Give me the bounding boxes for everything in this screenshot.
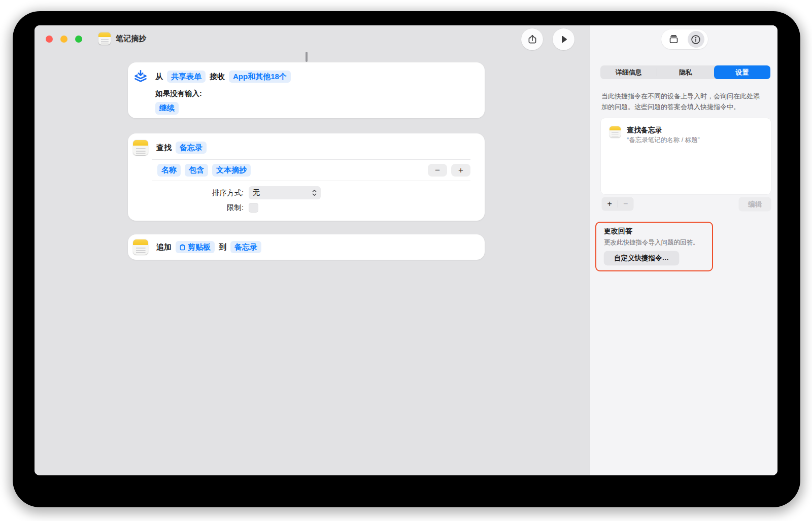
- add-filter-button[interactable]: +: [451, 164, 470, 177]
- import-question-item[interactable]: 查找备忘录 “备忘录笔记的名称 / 标题”: [601, 118, 771, 145]
- editor-canvas: 笔记摘抄: [35, 25, 590, 475]
- share-icon: [527, 34, 538, 45]
- insertion-cursor: [306, 52, 308, 62]
- window-title-group: 笔记摘抄: [98, 32, 146, 45]
- limit-row: 限制:: [128, 203, 485, 213]
- notes-action-icon: [610, 126, 621, 137]
- action-library-icon: [668, 34, 679, 45]
- question-add-remove-control: + −: [602, 197, 633, 211]
- filter-value-pill[interactable]: 文本摘抄: [212, 164, 251, 177]
- append-target-pill[interactable]: 备忘录: [230, 241, 261, 254]
- sort-row: 排序方式: 无: [128, 186, 485, 199]
- import-questions-list: 查找备忘录 “备忘录笔记的名称 / 标题”: [601, 118, 771, 194]
- change-answers-section-highlight: 更改回答 更改此快捷指令导入问题的回答。 自定义快捷指令…: [595, 222, 713, 271]
- tab-settings[interactable]: 设置: [714, 65, 770, 79]
- tab-details[interactable]: 详细信息: [600, 65, 657, 79]
- clipboard-icon: [180, 244, 185, 251]
- share-sheet-pill[interactable]: 共享表单: [167, 71, 206, 83]
- info-panel-button[interactable]: [686, 29, 706, 49]
- info-selected-circle: [688, 31, 704, 48]
- sort-dropdown[interactable]: 无: [249, 186, 321, 199]
- notes-app-icon: [98, 32, 111, 45]
- action-card-receive-input[interactable]: 从 共享表单 接收 App和其他18个 如果没有输入: 继续: [128, 62, 485, 118]
- window-title: 笔记摘抄: [116, 34, 146, 44]
- find-verb: 查找: [156, 143, 172, 153]
- run-shortcut-button[interactable]: [553, 28, 574, 50]
- action-card-find-notes[interactable]: 查找 备忘录 名称 包含 文本摘抄 − + 排序方式: 无: [128, 133, 485, 221]
- card-divider: [152, 181, 470, 181]
- filter-field-pill[interactable]: 名称: [157, 164, 181, 177]
- no-input-label: 如果没有输入:: [155, 89, 485, 98]
- question-prompt-text: “备忘录笔记的名称 / 标题”: [627, 136, 700, 145]
- inspector-tabs: 详细信息 隐私 设置: [600, 65, 770, 79]
- remove-filter-button[interactable]: −: [428, 164, 447, 177]
- sort-value: 无: [253, 188, 260, 197]
- limit-checkbox[interactable]: [249, 203, 258, 213]
- screen-background: 笔记摘抄: [0, 0, 812, 521]
- append-word-to: 到: [219, 242, 226, 252]
- clipboard-pill[interactable]: 剪贴板: [176, 241, 215, 254]
- inspector-sidebar: 详细信息 隐私 设置 当此快捷指令在不同的设备上导入时，会询问在此处添加的问题。…: [590, 25, 777, 475]
- append-verb: 追加: [156, 242, 172, 252]
- input-types-pill[interactable]: App和其他18个: [229, 71, 291, 83]
- import-questions-hint: 当此快捷指令在不同的设备上导入时，会询问在此处添加的问题。这些问题的答案会填入快…: [601, 91, 765, 113]
- card-divider: [152, 159, 470, 160]
- tab-privacy[interactable]: 隐私: [657, 65, 714, 79]
- shortcuts-window: 笔记摘抄: [35, 25, 777, 475]
- find-target-pill[interactable]: 备忘录: [176, 142, 207, 154]
- minimize-window-button[interactable]: [60, 36, 67, 43]
- receive-word-receive: 接收: [210, 72, 225, 82]
- action-library-button[interactable]: [663, 29, 684, 49]
- chevron-up-down-icon: [312, 189, 317, 196]
- add-question-button[interactable]: +: [602, 197, 618, 211]
- filter-row: 名称 包含 文本摘抄 − +: [157, 164, 470, 177]
- filter-operator-pill[interactable]: 包含: [185, 164, 208, 177]
- action-card-append-note[interactable]: 追加 剪贴板 到 备忘录: [128, 234, 485, 260]
- change-answers-description: 更改此快捷指令导入问题的回答。: [604, 238, 712, 247]
- edit-question-button[interactable]: 编辑: [739, 197, 771, 211]
- customize-shortcut-button[interactable]: 自定义快捷指令…: [604, 251, 679, 265]
- remove-question-button[interactable]: −: [618, 197, 634, 211]
- limit-label: 限制:: [128, 203, 249, 213]
- close-window-button[interactable]: [46, 36, 53, 43]
- sort-label: 排序方式:: [128, 188, 249, 198]
- zoom-window-button[interactable]: [75, 36, 82, 43]
- notes-action-icon: [133, 140, 148, 155]
- share-sheet-icon: [133, 69, 148, 84]
- notes-action-icon: [133, 239, 148, 255]
- play-icon: [558, 33, 569, 45]
- sidebar-mode-switcher: [661, 29, 708, 49]
- question-action-title: 查找备忘录: [627, 125, 700, 134]
- info-icon: [690, 34, 701, 45]
- receive-word-from: 从: [155, 72, 163, 82]
- change-answers-title: 更改回答: [604, 227, 712, 236]
- share-button[interactable]: [521, 28, 543, 50]
- clipboard-pill-label: 剪贴板: [188, 242, 211, 252]
- no-input-behavior-pill[interactable]: 继续: [155, 102, 179, 115]
